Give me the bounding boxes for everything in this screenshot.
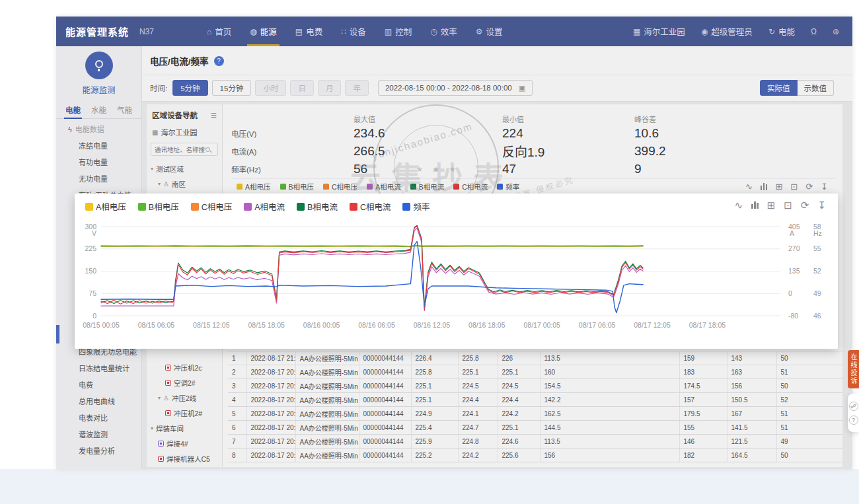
app-title: 能源管理系统 (65, 24, 129, 38)
svg-text:08/17 18:05: 08/17 18:05 (689, 321, 726, 329)
globe-icon: ⊕ (833, 27, 839, 36)
grid-icon: ∷ (341, 27, 346, 36)
svg-text:08/17 06:05: 08/17 06:05 (579, 321, 616, 329)
navbar-building[interactable]: ▦海尔工业园 (633, 25, 685, 38)
user-icon: ◉ (701, 27, 708, 36)
chart-svg: 300225150750V4052701350-80A5855524946Hz0… (75, 212, 838, 349)
legend-label: C相电流 (360, 200, 391, 213)
svg-text:08/16 06:05: 08/16 06:05 (358, 321, 395, 329)
svg-text:08/17 00:05: 08/17 00:05 (523, 321, 560, 329)
legend-label: A相电流 (254, 200, 285, 213)
page-bottom-band (0, 469, 859, 504)
svg-text:08/15 12:05: 08/15 12:05 (193, 321, 230, 329)
sync-icon: ↻ (768, 27, 775, 36)
svg-text:08/17 12:05: 08/17 12:05 (634, 321, 671, 329)
svg-text:08/15 00:05: 08/15 00:05 (83, 321, 120, 329)
navbar-bell[interactable]: Ω (811, 27, 817, 36)
navbar-globe[interactable]: ⊕ (833, 27, 839, 36)
control-icon: ▥ (385, 27, 392, 36)
svg-text:08/16 12:05: 08/16 12:05 (414, 321, 451, 329)
chart-overlay-card: A相电压B相电压C相电压A相电流B相电流C相电流频率 ∿⊞⊡⟳↧ 3002251… (75, 194, 838, 349)
legend-item[interactable]: 频率 (402, 200, 430, 213)
svg-text:V: V (92, 229, 96, 237)
nav-item-label: 效率 (441, 25, 457, 38)
svg-text:150: 150 (85, 267, 96, 275)
doc-icon: ▤ (295, 27, 303, 36)
navbar-right-label: 电能 (778, 25, 795, 38)
overlay-legend: A相电压B相电压C相电压A相电流B相电流C相电流频率 (75, 194, 838, 213)
nav-item-label: 电费 (306, 25, 322, 38)
chart-area[interactable]: 300225150750V4052701350-80A5855524946Hz0… (75, 212, 838, 349)
floating-tools-card: ☍ ? (848, 394, 859, 432)
svg-text:55: 55 (813, 244, 821, 252)
bar-chart-icon[interactable] (751, 201, 759, 209)
svg-text:-80: -80 (788, 312, 798, 320)
legend-label: A相电压 (96, 200, 126, 213)
nav-item-label: 能源 (260, 25, 277, 38)
nav-item-bulb[interactable]: ◍能源 (241, 17, 286, 46)
nav-item-label: 首页 (215, 25, 231, 38)
building-icon: ▦ (633, 27, 640, 36)
nav-item-grid[interactable]: ∷设备 (332, 17, 375, 46)
home-icon: ⌂ (207, 27, 211, 36)
svg-text:08/15 06:05: 08/15 06:05 (138, 321, 175, 329)
legend-label: 频率 (413, 200, 430, 213)
navbar-menu: ⌂首页◍能源▤电费∷设备▥控制◷效率⚙设置 (198, 17, 511, 46)
legend-swatch (191, 203, 199, 211)
link-icon[interactable]: ☍ (849, 402, 858, 411)
line-chart-icon[interactable]: ∿ (735, 200, 743, 210)
nav-item-control[interactable]: ▥控制 (375, 17, 421, 46)
question-icon[interactable]: ? (849, 415, 858, 425)
nav-item-label: 设置 (486, 25, 502, 38)
nav-item-label: 设备 (350, 25, 366, 38)
navbar-user[interactable]: ◉超级管理员 (701, 25, 753, 38)
legend-label: B相电流 (307, 200, 338, 213)
legend-swatch (402, 203, 410, 211)
download-icon[interactable]: ↧ (817, 200, 826, 210)
refresh-icon[interactable]: ⟳ (801, 200, 809, 210)
svg-text:0: 0 (93, 312, 96, 320)
svg-text:46: 46 (813, 312, 821, 320)
nav-item-clock[interactable]: ◷效率 (421, 17, 467, 46)
legend-swatch (297, 203, 305, 211)
nav-item-gear[interactable]: ⚙设置 (467, 17, 512, 46)
legend-swatch (244, 203, 252, 211)
legend-label: B相电压 (149, 200, 179, 213)
sidebar-scroll-indicator[interactable] (56, 325, 59, 343)
navbar-right-label: 海尔工业园 (644, 25, 685, 38)
legend-swatch (138, 203, 146, 211)
nav-item-doc[interactable]: ▤电费 (286, 17, 332, 46)
svg-text:Hz: Hz (813, 229, 822, 237)
svg-text:0: 0 (788, 289, 792, 297)
svg-text:75: 75 (89, 289, 96, 297)
navbar-right-label: 超级管理员 (711, 25, 753, 38)
legend-item[interactable]: C相电压 (191, 200, 233, 213)
legend-item[interactable]: A相电压 (85, 200, 126, 213)
zoom-box-icon[interactable]: ⊞ (767, 200, 776, 210)
nav-item-label: 控制 (395, 25, 412, 38)
restore-icon[interactable]: ⊡ (784, 200, 792, 210)
top-navbar: 能源管理系统 N37 ⌂首页◍能源▤电费∷设备▥控制◷效率⚙设置 ▦海尔工业园◉… (56, 17, 852, 46)
legend-swatch (85, 203, 93, 211)
svg-text:225: 225 (85, 244, 96, 252)
svg-text:08/16 18:05: 08/16 18:05 (468, 321, 505, 329)
svg-text:08/16 00:05: 08/16 00:05 (303, 321, 340, 329)
overlay-chart-toolbar: ∿⊞⊡⟳↧ (735, 200, 826, 210)
svg-text:49: 49 (813, 289, 821, 297)
svg-text:135: 135 (788, 267, 800, 275)
legend-item[interactable]: C相电流 (350, 200, 391, 213)
gear-icon: ⚙ (476, 27, 483, 36)
svg-text:A: A (790, 229, 794, 237)
legend-item[interactable]: A相电流 (244, 200, 285, 213)
online-complaint-tab[interactable]: 在线投诉 (848, 350, 859, 388)
svg-text:270: 270 (788, 244, 800, 252)
legend-swatch (350, 203, 357, 211)
legend-item[interactable]: B相电流 (297, 200, 338, 213)
bulb-icon: ◍ (250, 27, 256, 36)
nav-item-home[interactable]: ⌂首页 (198, 17, 241, 46)
app-code: N37 (139, 27, 154, 36)
bell-icon: Ω (811, 27, 817, 36)
navbar-right: ▦海尔工业园◉超级管理员↻电能Ω⊕ (633, 25, 839, 38)
legend-item[interactable]: B相电压 (138, 200, 179, 213)
navbar-sync[interactable]: ↻电能 (768, 25, 795, 38)
